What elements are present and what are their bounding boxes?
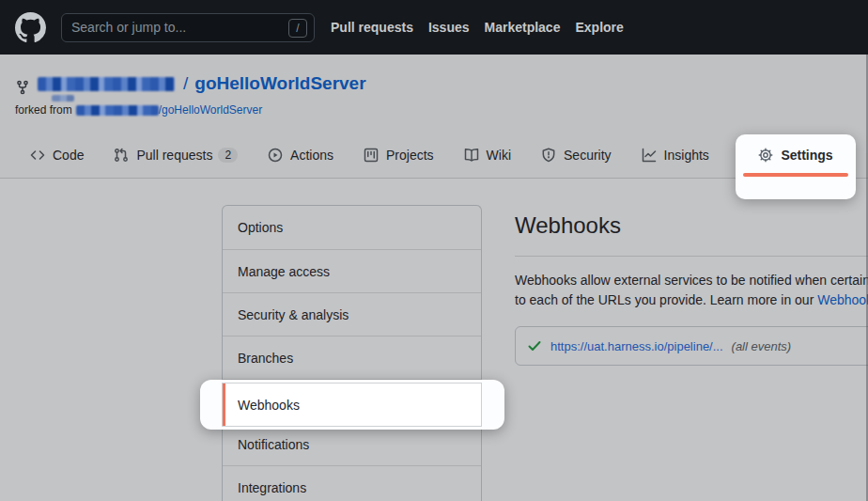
- security-icon: [541, 148, 556, 163]
- redacted-upstream-owner: [76, 105, 159, 116]
- check-icon: [527, 338, 542, 353]
- redacted-fragment: [52, 95, 74, 102]
- webhooks-item-spotlight: Webhooks: [200, 380, 504, 430]
- webhook-events-label: (all events): [732, 339, 792, 353]
- tab-projects[interactable]: Projects: [364, 148, 434, 163]
- tab-security[interactable]: Security: [541, 148, 612, 163]
- webhooks-guide-link[interactable]: Webhooks Guide.: [817, 292, 868, 307]
- nav-link-issues[interactable]: Issues: [428, 20, 470, 35]
- tab-insights[interactable]: Insights: [642, 148, 709, 163]
- sidebar-item-branches[interactable]: Branches: [223, 336, 481, 379]
- insights-icon: [642, 148, 657, 163]
- forked-from-label: forked from: [15, 103, 72, 117]
- tab-pull-requests[interactable]: Pull requests 2: [114, 148, 238, 163]
- search-slash-icon: /: [288, 19, 307, 38]
- title-divider: [515, 256, 868, 257]
- search-box: /: [61, 13, 315, 42]
- repo-name-link[interactable]: goHelloWorldServer: [194, 73, 365, 94]
- settings-tab-spotlight: Settings: [736, 134, 856, 199]
- tab-label: Actions: [290, 148, 333, 163]
- webhooks-description-line1: Webhooks allow external services to be n…: [515, 271, 868, 290]
- tab-label: Settings: [781, 148, 832, 163]
- sidebar-item-manage-access[interactable]: Manage access: [223, 249, 481, 292]
- github-logo-icon[interactable]: [15, 12, 46, 43]
- repo-fork-icon: [15, 80, 30, 95]
- tab-wiki[interactable]: Wiki: [464, 148, 511, 163]
- upstream-repo-link[interactable]: /goHelloWorldServer: [159, 103, 263, 117]
- wiki-icon: [464, 148, 479, 163]
- sidebar-item-label: Webhooks: [238, 398, 300, 413]
- webhooks-description-line2: to each of the URLs you provide. Learn m…: [515, 290, 868, 310]
- repository-header: / goHelloWorldServer forked from /goHell…: [0, 55, 868, 132]
- nav-link-pull-requests[interactable]: Pull requests: [331, 20, 413, 35]
- tab-label: Pull requests: [136, 148, 212, 163]
- settings-sidebar: Options Manage access Security & analysi…: [222, 205, 482, 501]
- tab-label: Wiki: [487, 148, 511, 163]
- top-nav-links: Pull requests Issues Marketplace Explore: [331, 20, 624, 35]
- webhooks-description: Webhooks allow external services to be n…: [515, 271, 868, 310]
- top-navigation-bar: / Pull requests Issues Marketplace Explo…: [0, 0, 868, 55]
- nav-link-explore[interactable]: Explore: [575, 20, 623, 35]
- forked-from-line: forked from /goHelloWorldServer: [15, 103, 262, 117]
- sidebar-item-webhooks[interactable]: Webhooks: [222, 383, 482, 427]
- breadcrumb-separator: /: [183, 73, 188, 94]
- code-icon: [30, 148, 45, 163]
- nav-link-marketplace[interactable]: Marketplace: [485, 20, 561, 35]
- tab-label: Code: [53, 148, 84, 163]
- redacted-owner-name[interactable]: [38, 77, 175, 91]
- tab-label: Security: [564, 148, 612, 163]
- sidebar-item-security-analysis[interactable]: Security & analysis: [223, 292, 481, 336]
- projects-icon: [364, 148, 379, 163]
- tab-label: Projects: [386, 148, 434, 163]
- tab-label: Insights: [664, 148, 709, 163]
- tab-actions[interactable]: Actions: [268, 148, 333, 163]
- sidebar-item-options[interactable]: Options: [223, 206, 481, 249]
- gear-icon: [758, 148, 773, 163]
- tab-settings[interactable]: Settings: [736, 148, 856, 163]
- pull-request-icon: [114, 148, 129, 163]
- sidebar-item-integrations[interactable]: Integrations: [223, 465, 481, 501]
- webhook-url-link[interactable]: https://uat.harness.io/pipeline/...: [550, 339, 723, 353]
- active-item-bar: [223, 384, 225, 426]
- search-input[interactable]: [62, 20, 273, 35]
- active-tab-underline: [743, 173, 848, 177]
- pull-requests-count-badge: 2: [218, 148, 238, 163]
- webhook-entry: https://uat.harness.io/pipeline/... (all…: [515, 326, 868, 366]
- page-title: Webhooks: [515, 212, 621, 239]
- breadcrumb: / goHelloWorldServer: [38, 73, 366, 94]
- actions-icon: [268, 148, 283, 163]
- tab-code[interactable]: Code: [30, 148, 84, 163]
